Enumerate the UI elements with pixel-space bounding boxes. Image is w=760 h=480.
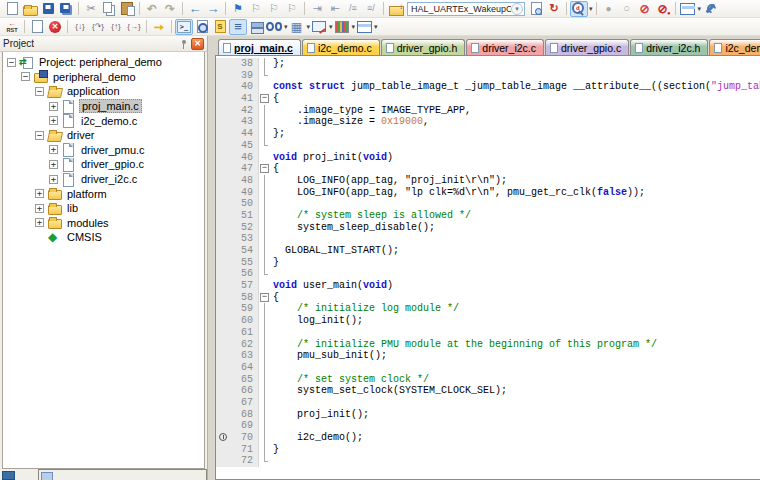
breakpoint-margin[interactable] xyxy=(216,81,232,93)
breakpoint-margin[interactable] xyxy=(216,385,232,397)
breakpoint-margin[interactable] xyxy=(216,432,232,444)
expand-icon[interactable]: + xyxy=(49,160,58,169)
breakpoint-margin[interactable] xyxy=(216,58,232,70)
insert-breakpoint-icon[interactable]: ● xyxy=(600,1,618,17)
call-stack-window-icon[interactable] xyxy=(247,19,265,35)
breakpoint-margin[interactable] xyxy=(216,397,232,409)
breakpoint-margin[interactable] xyxy=(216,233,232,245)
show-next-statement-icon[interactable]: ➙ xyxy=(150,19,168,35)
registers-window-icon[interactable]: ≡ xyxy=(229,19,247,35)
collapse-icon[interactable]: − xyxy=(21,72,30,81)
breakpoint-margin[interactable] xyxy=(216,245,232,257)
nav-forward-icon[interactable]: → xyxy=(204,1,222,17)
cut-icon[interactable]: ✂ xyxy=(82,1,100,17)
code-editor[interactable]: 38};3940const struct jump_table_image_t … xyxy=(215,55,760,480)
system-viewer-dropdown-icon[interactable]: ▾ xyxy=(374,23,378,31)
breakpoint-margin[interactable] xyxy=(216,420,232,432)
copy-icon[interactable] xyxy=(100,1,118,17)
memory-window-icon[interactable]: ▦ xyxy=(288,19,306,35)
breakpoint-margin[interactable] xyxy=(216,280,232,292)
open-file-icon[interactable] xyxy=(21,1,39,17)
breakpoint-margin[interactable] xyxy=(216,257,232,269)
breakpoint-margin[interactable] xyxy=(216,152,232,164)
save-all-icon[interactable] xyxy=(57,1,75,17)
tree-item-platform[interactable]: +platform xyxy=(3,186,204,201)
start-stop-debug-dropdown-icon[interactable]: ▾ xyxy=(589,5,593,13)
new-file-icon[interactable] xyxy=(3,1,21,17)
tab-driver-i2c-h[interactable]: driver_i2c.h xyxy=(630,39,708,55)
enable-breakpoint-icon[interactable]: ○ xyxy=(618,1,636,17)
expand-icon[interactable]: + xyxy=(49,175,58,184)
kill-all-breakpoints-icon[interactable] xyxy=(654,1,672,17)
expand-icon[interactable]: + xyxy=(35,204,44,213)
window-layout-icon[interactable] xyxy=(679,1,697,17)
tree-item-driver[interactable]: −driver xyxy=(3,128,204,143)
analysis-window-icon[interactable] xyxy=(333,19,351,35)
load-application-icon[interactable] xyxy=(387,1,405,17)
serial-window-icon[interactable] xyxy=(310,19,328,35)
breakpoint-margin[interactable] xyxy=(216,455,232,467)
breakpoint-margin[interactable] xyxy=(216,128,232,140)
tab-i2c-demo-h[interactable]: i2c_demo.h xyxy=(709,39,760,55)
start-stop-debug-icon[interactable]: d xyxy=(570,1,588,17)
breakpoint-margin[interactable] xyxy=(216,268,232,280)
collapse-icon[interactable]: − xyxy=(35,131,44,140)
expand-icon[interactable]: + xyxy=(49,145,58,154)
expand-icon[interactable]: + xyxy=(35,189,44,198)
fold-collapse-icon[interactable]: − xyxy=(260,94,269,103)
watch-window-icon[interactable] xyxy=(265,19,283,35)
expand-icon[interactable]: + xyxy=(49,116,58,125)
nav-back-icon[interactable]: ← xyxy=(186,1,204,17)
breakpoint-margin[interactable] xyxy=(216,222,232,234)
disable-all-breakpoints-icon[interactable]: ⊘ xyxy=(636,1,654,17)
configure-macro-icon[interactable] xyxy=(545,1,563,17)
bookmark-clear-all-icon[interactable]: ⚐ xyxy=(283,1,301,17)
fold-collapse-icon[interactable]: − xyxy=(260,164,269,173)
fold-margin[interactable]: − xyxy=(259,292,270,304)
tab-driver-gpio-c[interactable]: driver_gpio.c xyxy=(545,39,629,55)
breakpoint-margin[interactable] xyxy=(216,374,232,386)
breakpoint-margin[interactable] xyxy=(216,210,232,222)
tree-item-driver-i2c-c[interactable]: +driver_i2c.c xyxy=(3,172,204,187)
breakpoint-margin[interactable] xyxy=(216,70,232,82)
tree-item-project-peripheral-demo[interactable]: −Project: peripheral_demo xyxy=(3,55,204,70)
reset-cpu-icon[interactable]: RST xyxy=(3,19,21,35)
docked-panel-stub[interactable] xyxy=(38,469,207,480)
system-viewer-icon[interactable] xyxy=(355,19,373,35)
paste-icon[interactable] xyxy=(118,1,136,17)
find-in-files-icon[interactable] xyxy=(527,1,545,17)
step-out-icon[interactable]: {↑} xyxy=(107,19,125,35)
tree-item-driver-gpio-c[interactable]: +driver_gpio.c xyxy=(3,157,204,172)
fold-collapse-icon[interactable]: − xyxy=(260,293,269,302)
tree-item-lib[interactable]: +lib xyxy=(3,201,204,216)
outdent-icon[interactable]: ⇤ xyxy=(326,1,344,17)
bookmark-next-icon[interactable]: ⚐ xyxy=(265,1,283,17)
tab-driver-i2c-c[interactable]: driver_i2c.c xyxy=(466,39,544,55)
tree-item-peripheral-demo[interactable]: −peripheral_demo xyxy=(3,70,204,85)
breakpoint-margin[interactable] xyxy=(216,362,232,374)
tab-i2c-demo-c[interactable]: i2c_demo.c xyxy=(302,39,380,55)
redo-icon[interactable]: ↷ xyxy=(161,1,179,17)
step-over-icon[interactable]: {↷} xyxy=(89,19,107,35)
expand-icon[interactable]: + xyxy=(49,102,58,111)
breakpoint-margin[interactable] xyxy=(216,140,232,152)
breakpoint-margin[interactable] xyxy=(216,175,232,187)
undo-icon[interactable]: ↶ xyxy=(143,1,161,17)
breakpoint-margin[interactable] xyxy=(216,163,232,175)
function-combo-input[interactable]: HAL_UARTEx_WakeupCal▾ xyxy=(407,2,525,16)
comment-selection-icon[interactable]: /≡ xyxy=(344,1,362,17)
bookmark-toggle-icon[interactable]: ⚑ xyxy=(229,1,247,17)
breakpoint-margin[interactable] xyxy=(216,93,232,105)
command-window-icon[interactable] xyxy=(175,19,193,35)
tree-item-cmsis[interactable]: CMSIS xyxy=(3,230,204,245)
fold-margin[interactable]: − xyxy=(259,93,270,105)
tab-proj-main-c[interactable]: proj_main.c xyxy=(218,39,301,55)
tab-driver-gpio-h[interactable]: driver_gpio.h xyxy=(381,39,466,55)
breakpoint-margin[interactable] xyxy=(216,292,232,304)
configure-tools-icon[interactable] xyxy=(701,1,719,17)
step-into-icon[interactable]: {↓} xyxy=(71,19,89,35)
breakpoint-margin[interactable] xyxy=(216,327,232,339)
run-icon[interactable] xyxy=(28,19,46,35)
bookmark-prev-icon[interactable]: ⚐ xyxy=(247,1,265,17)
close-icon[interactable]: ✕ xyxy=(191,38,204,50)
